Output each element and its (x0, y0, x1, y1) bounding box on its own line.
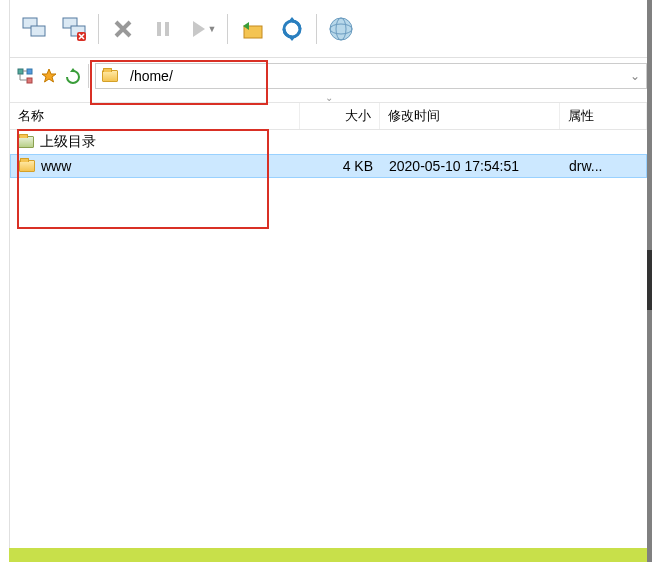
svg-rect-11 (18, 69, 23, 74)
chevron-down-icon[interactable]: ⌄ (10, 94, 647, 102)
scrollbar-thumb[interactable] (647, 250, 652, 310)
cancel-icon[interactable] (107, 13, 139, 45)
table-row[interactable]: www 4 KB 2020-05-10 17:54:51 drw... (10, 154, 647, 178)
file-name: www (41, 158, 71, 174)
status-bar (9, 548, 647, 562)
col-header-modified[interactable]: 修改时间 (380, 103, 560, 129)
svg-rect-1 (31, 26, 45, 36)
file-attr: drw... (561, 155, 646, 177)
pathbar: ⌄ (10, 58, 647, 94)
col-header-name[interactable]: 名称 (10, 103, 300, 129)
path-input[interactable] (130, 68, 624, 84)
tree-view-icon[interactable] (16, 67, 34, 85)
folder-icon (102, 70, 118, 82)
refresh-icon[interactable] (276, 13, 308, 45)
pathbar-separator (88, 64, 89, 88)
folder-icon (19, 160, 35, 172)
server-connect-icon[interactable] (18, 13, 50, 45)
parent-dir-row[interactable]: 上级目录 (10, 130, 647, 154)
file-table: 名称 大小 修改时间 属性 上级目录 www 4 KB 20 (10, 102, 647, 178)
toolbar-separator (227, 14, 228, 44)
svg-rect-12 (27, 69, 32, 74)
pause-icon[interactable] (147, 13, 179, 45)
favorite-icon[interactable] (40, 67, 58, 85)
svg-rect-5 (157, 22, 161, 36)
toolbar-separator (316, 14, 317, 44)
svg-point-8 (330, 18, 352, 40)
play-icon[interactable]: ▼ (187, 13, 219, 45)
svg-rect-6 (165, 22, 169, 36)
svg-rect-13 (27, 78, 32, 83)
file-modified: 2020-05-10 17:54:51 (381, 155, 561, 177)
col-header-size[interactable]: 大小 (300, 103, 380, 129)
globe-icon[interactable] (325, 13, 357, 45)
file-size: 4 KB (301, 155, 381, 177)
path-input-wrap[interactable]: ⌄ (95, 63, 647, 89)
server-disconnect-icon[interactable] (58, 13, 90, 45)
back-icon[interactable] (64, 67, 82, 85)
folder-icon (18, 136, 34, 148)
file-header: 名称 大小 修改时间 属性 (10, 102, 647, 130)
transfer-folder-icon[interactable] (236, 13, 268, 45)
chevron-down-icon[interactable]: ⌄ (630, 69, 640, 83)
toolbar-separator (98, 14, 99, 44)
toolbar: ▼ (10, 0, 647, 58)
parent-dir-label: 上级目录 (40, 133, 96, 151)
col-header-attr[interactable]: 属性 (560, 103, 647, 129)
